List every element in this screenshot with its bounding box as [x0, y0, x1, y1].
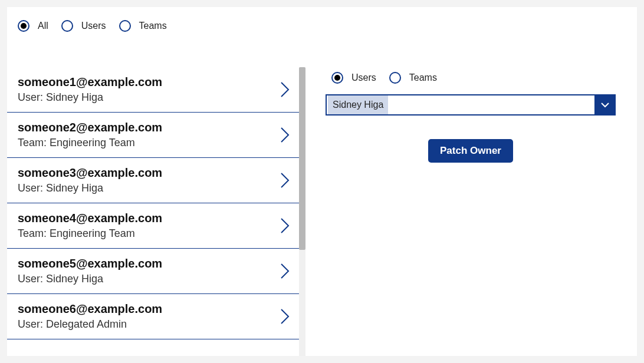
list-item-text: someone6@example.com User: Delegated Adm… — [18, 302, 162, 331]
list-item[interactable]: someone4@example.com Team: Engineering T… — [7, 203, 299, 249]
list-item-owner: User: Sidney Higa — [18, 273, 162, 285]
list-item-text: someone3@example.com User: Sidney Higa — [18, 166, 162, 194]
list-item-owner: Team: Engineering Team — [18, 137, 162, 149]
owner-type-teams-radio[interactable]: Teams — [389, 72, 437, 84]
list-item-owner: User: Delegated Admin — [18, 318, 162, 331]
owner-type-teams-label: Teams — [409, 72, 437, 83]
owner-type-users-label: Users — [351, 72, 376, 83]
chevron-right-icon — [280, 127, 290, 143]
list-item-text: someone4@example.com Team: Engineering T… — [18, 212, 162, 240]
radio-circle-icon — [331, 72, 343, 84]
list-item[interactable]: someone3@example.com User: Sidney Higa — [7, 158, 299, 203]
filter-teams-label: Teams — [139, 21, 167, 31]
list-item-owner: Team: Engineering Team — [18, 227, 162, 240]
owner-type-filter: Users Teams — [331, 72, 626, 84]
list-item-owner: User: Sidney Higa — [18, 182, 162, 194]
list-item-email: someone1@example.com — [18, 75, 162, 89]
scrollbar-thumb[interactable] — [299, 67, 305, 250]
owner-type-users-radio[interactable]: Users — [331, 72, 376, 84]
filter-users-radio[interactable]: Users — [61, 20, 106, 32]
owner-select-value: Sidney Higa — [328, 95, 388, 114]
filter-all-radio[interactable]: All — [18, 20, 48, 32]
list-item[interactable]: someone1@example.com User: Sidney Higa — [7, 67, 299, 113]
chevron-right-icon — [280, 263, 290, 279]
list-item-email: someone6@example.com — [18, 302, 162, 316]
list-item[interactable]: someone2@example.com Team: Engineering T… — [7, 113, 299, 158]
chevron-right-icon — [280, 308, 290, 325]
list-item[interactable]: someone5@example.com User: Sidney Higa — [7, 249, 299, 294]
record-list-scroll[interactable]: someone1@example.com User: Sidney Higa s… — [7, 67, 299, 356]
list-item-text: someone5@example.com User: Sidney Higa — [18, 257, 162, 285]
list-item[interactable]: someone6@example.com User: Delegated Adm… — [7, 294, 299, 339]
filter-teams-radio[interactable]: Teams — [119, 20, 167, 32]
list-item-email: someone5@example.com — [18, 257, 162, 270]
chevron-down-icon[interactable] — [594, 94, 616, 116]
owner-editor-panel: Users Teams Sidney Higa Patch Owner — [326, 72, 626, 163]
chevron-right-icon — [280, 81, 290, 98]
action-button-row: Patch Owner — [326, 139, 616, 163]
top-filter-bar: All Users Teams — [18, 20, 167, 32]
list-item-email: someone3@example.com — [18, 166, 162, 180]
radio-circle-icon — [119, 20, 131, 32]
list-item-text: someone2@example.com Team: Engineering T… — [18, 121, 162, 149]
list-vertical-scrollbar[interactable] — [299, 67, 305, 356]
chevron-right-icon — [280, 217, 290, 234]
chevron-right-icon — [280, 172, 290, 189]
list-item-email: someone2@example.com — [18, 121, 162, 134]
list-item-text: someone1@example.com User: Sidney Higa — [18, 75, 162, 104]
radio-circle-icon — [61, 20, 73, 32]
list-item-owner: User: Sidney Higa — [18, 91, 162, 104]
owner-select-dropdown[interactable]: Sidney Higa — [326, 94, 616, 116]
patch-owner-button[interactable]: Patch Owner — [428, 139, 513, 163]
filter-all-label: All — [38, 21, 48, 31]
radio-circle-icon — [389, 72, 401, 84]
filter-users-label: Users — [81, 21, 106, 31]
record-list-panel: someone1@example.com User: Sidney Higa s… — [7, 67, 308, 356]
app-frame: All Users Teams someone1@example.com Use… — [7, 7, 637, 356]
list-item-email: someone4@example.com — [18, 212, 162, 225]
radio-circle-icon — [18, 20, 29, 32]
